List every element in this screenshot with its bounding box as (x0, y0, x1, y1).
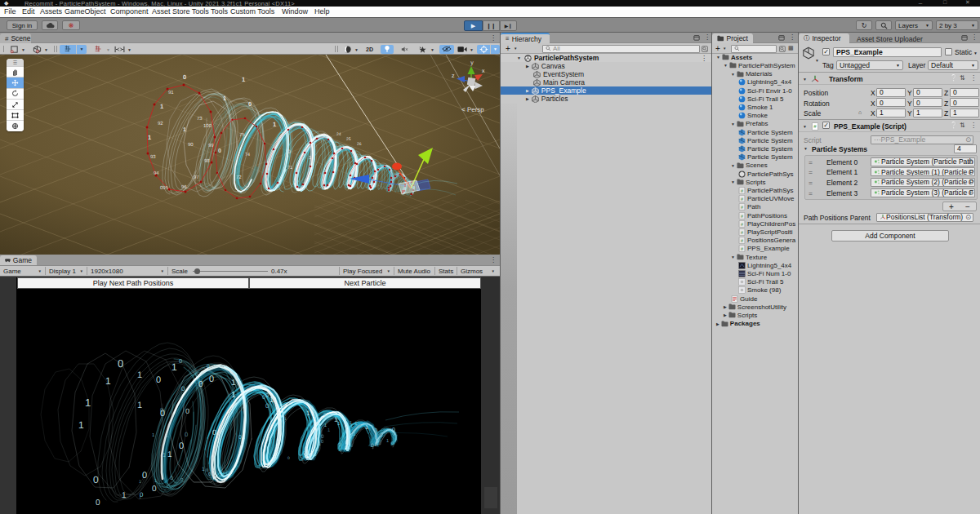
svg-text:0: 0 (185, 407, 189, 415)
svg-text:0: 0 (316, 448, 318, 453)
svg-text:1: 1 (85, 397, 91, 409)
svg-text:1: 1 (154, 479, 157, 484)
svg-text:25: 25 (346, 137, 351, 142)
svg-text:90: 90 (188, 142, 194, 148)
svg-text:0: 0 (229, 471, 231, 476)
svg-text:1: 1 (163, 451, 166, 459)
svg-text:095: 095 (160, 185, 169, 191)
svg-text:75: 75 (239, 132, 245, 138)
svg-text:0: 0 (185, 431, 188, 438)
svg-text:0: 0 (156, 375, 161, 385)
svg-text:0: 0 (265, 393, 269, 399)
svg-text:0: 0 (287, 149, 291, 155)
svg-text:1: 1 (318, 441, 321, 447)
svg-text:1: 1 (306, 410, 310, 417)
svg-text:1: 1 (231, 379, 236, 388)
svg-text:0: 0 (391, 441, 394, 446)
svg-text:z: z (452, 73, 455, 79)
svg-text:0: 0 (170, 476, 173, 481)
svg-text:0: 0 (179, 441, 184, 451)
svg-text:96: 96 (181, 184, 187, 190)
svg-text:1: 1 (152, 433, 154, 438)
svg-text:1: 1 (386, 439, 389, 444)
svg-text:0: 0 (209, 374, 214, 384)
svg-text:94: 94 (154, 171, 159, 176)
svg-text:0: 0 (238, 434, 242, 441)
svg-text:1: 1 (137, 370, 142, 380)
svg-text:0: 0 (152, 485, 157, 494)
svg-text:1: 1 (273, 121, 276, 128)
svg-text:98: 98 (204, 158, 210, 164)
svg-text:1: 1 (167, 450, 172, 459)
svg-text:0: 0 (160, 409, 165, 419)
svg-text:0: 0 (96, 498, 100, 507)
svg-text:0: 0 (179, 357, 182, 365)
svg-text:1: 1 (166, 433, 169, 439)
svg-text:92: 92 (158, 121, 163, 126)
svg-text:1: 1 (350, 424, 353, 429)
svg-text:0: 0 (218, 148, 221, 154)
svg-text:1: 1 (160, 103, 163, 110)
svg-text:93: 93 (150, 154, 156, 160)
svg-text:0: 0 (140, 491, 144, 498)
svg-text:1: 1 (225, 472, 228, 477)
svg-text:1: 1 (365, 425, 368, 431)
svg-text:1: 1 (324, 423, 327, 428)
svg-text:1: 1 (327, 428, 330, 433)
svg-text:24: 24 (336, 132, 341, 137)
svg-text:1: 1 (105, 375, 111, 387)
svg-text:100: 100 (203, 123, 212, 129)
svg-text:0: 0 (248, 100, 252, 108)
svg-text:0: 0 (181, 385, 185, 392)
svg-text:97: 97 (194, 175, 199, 180)
svg-text:91: 91 (168, 90, 174, 95)
svg-text:0: 0 (287, 456, 290, 461)
svg-text:0: 0 (374, 427, 377, 434)
svg-text:72: 72 (236, 175, 242, 180)
svg-text:0: 0 (303, 450, 305, 456)
svg-text:1: 1 (78, 419, 84, 431)
svg-text:< Persp: < Persp (461, 106, 484, 113)
svg-text:0: 0 (321, 440, 323, 445)
svg-text:1: 1 (242, 76, 245, 83)
svg-text:1: 1 (284, 417, 287, 422)
svg-text:1: 1 (139, 480, 141, 485)
svg-text:73: 73 (197, 116, 203, 122)
svg-text:0: 0 (392, 428, 395, 433)
svg-text:0: 0 (207, 364, 210, 370)
svg-text:0: 0 (321, 434, 324, 440)
svg-text:1: 1 (354, 421, 358, 427)
svg-text:0: 0 (183, 73, 186, 81)
svg-text:y: y (470, 60, 474, 66)
svg-text:1: 1 (137, 401, 142, 410)
svg-text:0: 0 (142, 471, 147, 481)
svg-text:1: 1 (148, 134, 151, 141)
svg-text:1: 1 (223, 95, 226, 102)
svg-text:0: 0 (371, 443, 374, 449)
svg-text:0: 0 (198, 380, 203, 389)
svg-text:74: 74 (245, 153, 250, 157)
svg-text:26: 26 (357, 142, 362, 147)
svg-text:1: 1 (270, 396, 274, 404)
svg-text:0: 0 (93, 474, 99, 485)
svg-text:1: 1 (172, 361, 177, 373)
svg-text:1: 1 (202, 467, 205, 472)
svg-text:x: x (482, 69, 485, 74)
svg-text:71: 71 (287, 166, 292, 171)
svg-text:1: 1 (334, 416, 338, 423)
svg-text:0: 0 (212, 428, 216, 436)
svg-text:1: 1 (122, 491, 127, 500)
svg-text:1: 1 (231, 391, 236, 400)
svg-text:99: 99 (208, 143, 214, 148)
svg-text:0: 0 (323, 413, 326, 418)
svg-text:1: 1 (183, 127, 186, 133)
svg-text:0: 0 (208, 472, 211, 477)
svg-text:0: 0 (338, 442, 341, 448)
svg-text:0: 0 (118, 357, 123, 370)
